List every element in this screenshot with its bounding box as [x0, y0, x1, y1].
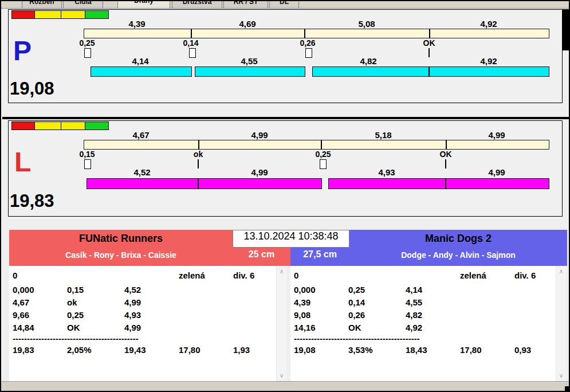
cell-split: 4,14 [406, 285, 422, 295]
scrollbar[interactable]: ∧ ∨ [556, 266, 566, 381]
total-corrected: 19,43 [124, 345, 146, 355]
total-diff: 1,93 [233, 345, 250, 355]
lane-separator [2, 117, 570, 119]
jump-height: 27,5 cm [290, 249, 349, 260]
race-timestamp: 13.10.2024 10:38:48 [233, 230, 349, 248]
lane-panel-p: 4,39 4,69 5,08 4,92 0,25 0,14 0,26 OK P … [8, 9, 563, 103]
change-mark-box [305, 48, 312, 58]
lane-panel-l: 4,67 4,99 5,18 4,99 0,15 ok 0,25 OK L 4,… [8, 120, 563, 217]
dog-run-bar [312, 66, 549, 77]
bar-divider [321, 140, 322, 150]
change-mark-label: 0,14 [168, 38, 214, 48]
traffic-light-yellow2 [61, 121, 85, 130]
total-percent: 2,05% [67, 345, 92, 355]
team-members: Dodge - Andy - Alvin - Sajmon [349, 250, 567, 260]
tab-cidla[interactable]: Čidla [63, 1, 103, 9]
cell-change: OK [348, 323, 361, 332]
cell-cumulative: 9,08 [294, 310, 310, 320]
start-light-status: zelená [179, 271, 205, 280]
traffic-light-green [85, 121, 109, 130]
results-table-left[interactable]: 0 zelená div. 6 0,000 0,15 4,52 4,67 ok … [9, 266, 286, 381]
cell-cumulative: 14,16 [294, 323, 316, 332]
total-reference: 17,80 [179, 345, 201, 355]
tab-rr-st[interactable]: RR / ST [223, 1, 268, 9]
sensor-bar-top [84, 140, 549, 150]
change-mark-label: 0,25 [64, 38, 110, 48]
split-top-label: 5,18 [349, 130, 418, 140]
tab-dl[interactable]: DL [269, 1, 299, 9]
cell-change: 0,15 [67, 285, 84, 295]
total-reference: 17,80 [460, 345, 482, 355]
bar-divider [198, 178, 199, 189]
start-value: 0 [13, 271, 17, 280]
traffic-light [12, 121, 109, 130]
change-mark-tick [445, 159, 446, 168]
change-mark-tick [429, 48, 430, 57]
jump-height: 25 cm [233, 249, 290, 260]
total-diff: 0,93 [514, 345, 531, 355]
bar-divider [429, 66, 430, 77]
start-light-status: zelená [460, 271, 486, 280]
cell-split: 4,99 [124, 297, 141, 307]
split-bottom-label: 4,82 [334, 56, 403, 66]
split-bottom-label: 4,52 [108, 167, 176, 177]
flyball-timing-window: Rozběh Čidla Dráhy Družstva RR / ST DL 4… [0, 0, 570, 392]
total-corrected: 18,43 [406, 345, 427, 355]
sensor-bar-top [84, 29, 549, 38]
team-name: Manic Dogs 2 [349, 233, 567, 245]
change-mark-label: 0,15 [64, 150, 110, 159]
cell-change: ok [67, 297, 77, 307]
change-mark-label: 0,25 [300, 150, 346, 159]
bar-divider [198, 140, 199, 150]
scroll-down-icon[interactable]: ∨ [277, 372, 286, 379]
dog-run-bar [328, 178, 549, 189]
cell-split: 4,99 [124, 323, 141, 332]
cell-change: 0,25 [67, 310, 84, 320]
total-time: 19,08 [294, 345, 316, 355]
cell-cumulative: 0,000 [294, 285, 316, 295]
team-members: Casík - Rony - Brixa - Caissie [9, 250, 233, 260]
division-label: div. 6 [514, 271, 536, 280]
scrollbar[interactable]: ∧ ∨ [276, 266, 286, 381]
split-top-label: 4,92 [454, 19, 523, 29]
cell-cumulative: 9,66 [13, 310, 29, 320]
cell-change: 0,25 [348, 285, 365, 295]
traffic-light [12, 10, 109, 19]
change-mark-label: OK [406, 38, 452, 48]
totals-separator: ----------------------------------------… [294, 334, 420, 343]
dog-run-bar [91, 66, 192, 77]
cell-change: 0,26 [348, 310, 365, 320]
team-name: FUNatic Runners [9, 233, 233, 245]
lane-letter: P [13, 37, 32, 65]
bar-divider [445, 178, 446, 189]
split-bottom-label: 4,93 [352, 167, 421, 177]
bar-divider [304, 29, 305, 38]
scroll-up-icon[interactable]: ∧ [556, 268, 566, 275]
scroll-down-icon[interactable]: ∨ [556, 372, 566, 379]
cell-split: 4,82 [406, 310, 422, 320]
split-bottom-label: 4,99 [462, 167, 531, 177]
cell-cumulative: 4,67 [13, 297, 29, 307]
tab-rozbeh[interactable]: Rozběh [22, 1, 62, 9]
traffic-light-green [85, 10, 109, 19]
split-bottom-label: 4,92 [454, 56, 523, 66]
scroll-up-icon[interactable]: ∧ [277, 268, 286, 275]
results-table-right[interactable]: 0 zelená div. 6 0,000 0,25 4,14 4,39 0,1… [290, 266, 566, 381]
cell-cumulative: 14,84 [13, 323, 34, 332]
traffic-light-yellow2 [61, 10, 85, 19]
change-mark-box [320, 159, 327, 169]
cell-change: 0,14 [348, 297, 365, 307]
split-top-label: 5,08 [332, 19, 401, 29]
tab-drahy[interactable]: Dráhy [117, 1, 170, 9]
split-bottom-label: 4,14 [106, 56, 175, 66]
split-top-label: 4,67 [107, 130, 175, 140]
traffic-light-yellow1 [34, 10, 61, 19]
dog-run-bar [195, 66, 305, 77]
cell-split: 4,92 [406, 323, 422, 332]
tab-druzstva[interactable]: Družstva [172, 1, 222, 9]
change-mark-tick [198, 159, 199, 168]
total-percent: 3,53% [348, 345, 373, 355]
change-mark-box [84, 159, 91, 169]
traffic-light-red [11, 121, 35, 130]
cell-change: OK [67, 323, 80, 332]
